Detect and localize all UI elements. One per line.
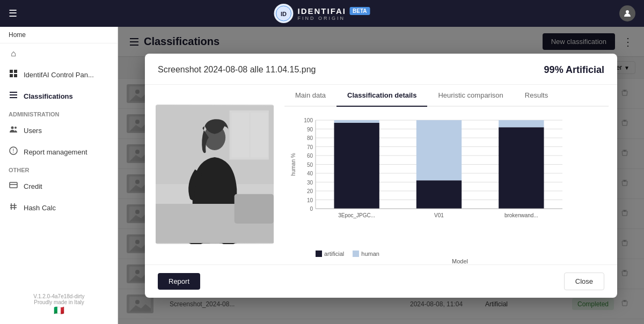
svg-text:!: !: [13, 148, 14, 154]
version-info: V.1.2.0-4a7e18d-dirty Proudly made in It…: [0, 290, 118, 319]
report-button[interactable]: Report: [158, 273, 200, 290]
svg-rect-5: [10, 74, 13, 77]
modal-title: Screenshot 2024-08-08 alle 11.04.15.png: [158, 65, 316, 75]
svg-rect-87: [334, 120, 379, 123]
sidebar-item-label: Users: [24, 127, 42, 135]
bar-chart: 0102030405060708090100human %3Epoc_JPGC.…: [289, 112, 573, 246]
close-button[interactable]: Close: [564, 273, 604, 290]
user-avatar[interactable]: [619, 5, 635, 21]
warning-icon: !: [9, 146, 18, 157]
modal-tabs: Main dataClassification detailsHeuristic…: [284, 85, 609, 107]
sidebar-item-label: Report management: [24, 148, 87, 156]
svg-text:3Epoc_JPGC...: 3Epoc_JPGC...: [338, 212, 375, 218]
hashcalc-icon: [9, 202, 18, 213]
svg-rect-4: [14, 70, 17, 73]
admin-section-label: Administration: [0, 107, 118, 120]
x-axis-label: Model: [316, 258, 604, 264]
svg-rect-8: [10, 94, 17, 95]
classification-detail-modal: Screenshot 2024-08-08 alle 11.04.15.png …: [145, 54, 617, 298]
sidebar-item-reports[interactable]: ! Report management: [0, 141, 118, 163]
svg-rect-7: [10, 92, 17, 93]
modal-right-panel: Main dataClassification detailsHeuristic…: [284, 85, 617, 264]
person-svg: [156, 105, 274, 244]
svg-text:10: 10: [307, 197, 313, 203]
sidebar-item-label: Hash Calc: [24, 204, 56, 212]
svg-text:100: 100: [304, 117, 313, 123]
svg-text:20: 20: [307, 188, 313, 194]
logo: ID IDENTIFAI BETA FIND ORIGIN: [274, 4, 370, 23]
home-icon: ⌂: [9, 49, 18, 58]
logo-sub: FIND ORIGIN: [298, 16, 370, 21]
svg-text:brokenwand...: brokenwand...: [504, 212, 538, 218]
svg-text:80: 80: [307, 135, 313, 141]
svg-text:human %: human %: [290, 153, 296, 175]
sidebar-item-label: IdentifAI Control Pan...: [24, 71, 94, 79]
main-content: Classifications New classification ⋮ Fil…: [118, 27, 644, 324]
svg-text:90: 90: [307, 126, 313, 132]
app-layout: Home ⌂ IdentifAI Control Pan... Classifi…: [0, 27, 644, 324]
svg-rect-86: [334, 122, 379, 208]
chart-legend: artificialhuman: [316, 251, 604, 257]
svg-rect-3: [10, 70, 13, 73]
svg-text:60: 60: [307, 153, 313, 159]
credit-icon: [9, 181, 18, 192]
svg-rect-89: [416, 180, 462, 209]
tab-results[interactable]: Results: [514, 85, 559, 107]
svg-text:30: 30: [307, 179, 313, 185]
svg-point-2: [626, 10, 629, 13]
sidebar-item-label: Credit: [24, 182, 42, 190]
sidebar-item-hashcalc[interactable]: Hash Calc: [0, 197, 118, 218]
svg-rect-90: [416, 120, 462, 180]
sidebar-item-label: Classifications: [24, 92, 73, 100]
logo-name: IDENTIFAI: [298, 6, 347, 16]
list-icon: [9, 91, 18, 101]
svg-rect-56: [232, 113, 249, 157]
flag-icon: 🇮🇹: [3, 305, 115, 315]
svg-rect-14: [10, 182, 17, 188]
modal-overlay[interactable]: Screenshot 2024-08-08 alle 11.04.15.png …: [118, 27, 644, 324]
sidebar-item-users[interactable]: Users: [0, 120, 118, 141]
modal-footer: Report Close: [145, 264, 617, 298]
svg-point-11: [14, 127, 17, 129]
sidebar-item-classifications[interactable]: Classifications: [0, 85, 118, 107]
legend-artificial: artificial: [316, 251, 344, 257]
version-text: V.1.2.0-4a7e18d-dirty: [3, 293, 115, 299]
dashboard-icon: [9, 69, 18, 80]
svg-rect-93: [499, 120, 544, 127]
subject-image: [156, 105, 274, 244]
users-icon: [9, 125, 18, 136]
svg-rect-57: [251, 113, 268, 157]
modal-header: Screenshot 2024-08-08 alle 11.04.15.png …: [145, 54, 617, 85]
tab-heuristic-comparison[interactable]: Heuristic comparison: [427, 85, 514, 107]
sidebar-item-credit[interactable]: Credit: [0, 175, 118, 197]
svg-text:50: 50: [307, 161, 313, 167]
sidebar-item-home[interactable]: ⌂: [0, 43, 118, 64]
svg-rect-9: [10, 97, 17, 98]
svg-rect-62: [235, 194, 274, 224]
logo-icon: ID: [274, 4, 294, 23]
logo-text-group: IDENTIFAI BETA FIND ORIGIN: [298, 6, 370, 21]
chart-area: 0102030405060708090100human %3Epoc_JPGC.…: [284, 107, 609, 264]
svg-text:0: 0: [310, 206, 313, 212]
beta-badge: BETA: [349, 7, 370, 15]
modal-body: Main dataClassification detailsHeuristic…: [145, 85, 617, 264]
hamburger-icon[interactable]: ☰: [9, 8, 17, 19]
tab-main-data[interactable]: Main data: [284, 85, 336, 107]
sidebar: Home ⌂ IdentifAI Control Pan... Classifi…: [0, 27, 118, 324]
sidebar-item-identifai[interactable]: IdentifAI Control Pan...: [0, 64, 118, 85]
svg-rect-6: [14, 74, 17, 77]
other-section-label: Other: [0, 163, 118, 175]
legend-human: human: [353, 251, 379, 257]
svg-text:ID: ID: [281, 11, 287, 17]
svg-rect-92: [499, 127, 544, 209]
modal-result: 99% Artificial: [544, 64, 604, 76]
svg-text:V01: V01: [434, 212, 444, 218]
breadcrumb: Home: [0, 27, 118, 43]
svg-point-10: [11, 127, 14, 129]
top-navigation: ☰ ID IDENTIFAI BETA FIND ORIGIN: [0, 0, 644, 27]
svg-text:40: 40: [307, 171, 313, 176]
modal-image-panel: [145, 85, 284, 264]
svg-text:70: 70: [307, 144, 313, 150]
made-in-text: Proudly made in Italy: [3, 299, 115, 305]
tab-classification-details[interactable]: Classification details: [336, 85, 427, 107]
